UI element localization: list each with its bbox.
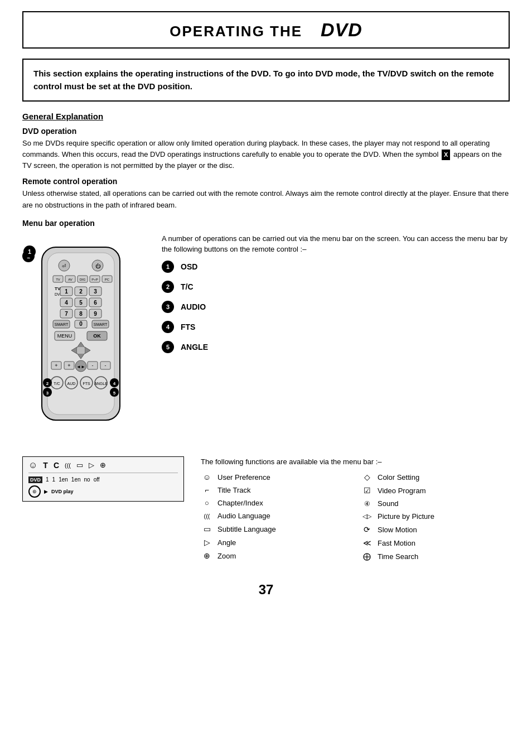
menu-icon-title: T: [43, 461, 48, 470]
func-picture-by-picture: ◁▷ Picture by Picture: [361, 512, 510, 521]
svg-text:T/C: T/C: [54, 382, 60, 386]
btn-label-tc: T/C: [181, 282, 194, 291]
svg-text:5: 5: [113, 391, 116, 396]
func-label-pbp: Picture by Picture: [378, 512, 434, 521]
menu-icon-subtitle: ▭: [76, 461, 83, 469]
func-fast-motion: ≪ Fast Motion: [361, 538, 510, 547]
func-icon-color: ◇: [361, 473, 373, 481]
remote-control-text: Unless otherwise stated, all operations …: [22, 188, 510, 210]
menubar-val-dvd: DVD: [28, 476, 42, 483]
func-video-prog: ☑ Video Program: [361, 486, 510, 495]
func-label-title: Title Track: [217, 486, 250, 494]
menu-bar-section: Menu bar operation 1 ⏎ ⏻ TV: [22, 219, 510, 566]
remote-svg: ⏎ ⏻ TV AV DIG P+P PC TV: [33, 244, 128, 430]
func-icon-zoom: ⊕: [201, 551, 213, 560]
func-slow-motion: ⟳ Slow Motion: [361, 525, 510, 534]
svg-text:AUD: AUD: [67, 382, 76, 386]
func-zoom: ⊕ Zoom: [201, 551, 350, 560]
menubar-val-no: no: [84, 476, 90, 483]
func-label-user: User Preference: [217, 473, 270, 481]
func-label-fast: Fast Motion: [378, 539, 415, 547]
svg-text:8: 8: [79, 311, 83, 317]
func-label-angle: Angle: [217, 538, 236, 547]
prohibited-symbol: X: [442, 150, 450, 160]
svg-text:4: 4: [113, 381, 116, 386]
btn-label-angle: ANGLE: [181, 343, 208, 351]
svg-text:⏎: ⏎: [62, 263, 66, 269]
remote-num-1: 1: [23, 245, 36, 258]
functions-section: The following functions are available vi…: [201, 456, 510, 566]
func-audio-lang: ((( Audio Language: [201, 512, 350, 520]
dvd-play-area: ⊚ ▶ DVD play: [28, 485, 178, 498]
page-number: 37: [22, 582, 510, 598]
func-label-audio: Audio Language: [217, 512, 270, 520]
func-subtitle: ▭ Subtitle Language: [201, 524, 350, 533]
btn-label-audio: AUDIO: [181, 302, 206, 311]
svg-text:⏻: ⏻: [95, 263, 101, 269]
func-angle: ▷ Angle: [201, 538, 350, 547]
menu-bar-bullet1: A number of operations can be carried ou…: [162, 233, 510, 255]
func-icon-audio: (((: [201, 513, 213, 519]
menu-icon-audio: (((: [65, 462, 71, 469]
svg-text:7: 7: [65, 311, 68, 317]
svg-text:TV: TV: [56, 278, 60, 281]
svg-text:5: 5: [79, 300, 83, 306]
btn-num-5: 5: [162, 341, 174, 353]
menu-bar-layout: 1 ⏎ ⏻ TV AV: [22, 233, 510, 445]
func-icon-sound: ④: [361, 500, 373, 508]
svg-text:SMART: SMART: [94, 322, 108, 326]
osd-item-3: 3 AUDIO: [162, 301, 510, 313]
general-explanation-title: General Explanation: [22, 112, 510, 121]
svg-text:AV: AV: [68, 278, 72, 281]
menubar-val-off: off: [94, 476, 100, 483]
svg-text:4: 4: [65, 300, 68, 306]
func-icon-slow: ⟳: [361, 525, 373, 534]
btn-num-2: 2: [162, 281, 174, 293]
func-chapter: ○ Chapter/Index: [201, 499, 350, 507]
osd-item-4: 4 FTS: [162, 321, 510, 333]
remote-control-title: Remote control operation: [22, 177, 510, 186]
func-icon-title: ⌐: [201, 486, 213, 494]
svg-text:SMART: SMART: [55, 322, 69, 326]
svg-text:+: +: [55, 363, 57, 368]
svg-text:◄►: ◄►: [76, 364, 85, 369]
svg-text:+: +: [67, 363, 70, 368]
osd-button-list: 1 OSD 2 T/C 3 AUDIO 4 FTS 5 ANGLE: [162, 261, 510, 353]
menu-icon-angle: ▷: [89, 461, 94, 469]
func-icon-user: ☺: [201, 473, 213, 481]
functions-col-left: ☺ User Preference ⌐ Title Track ○ Chapte…: [201, 473, 350, 565]
btn-label-fts: FTS: [181, 322, 195, 331]
svg-text:TV: TV: [55, 286, 61, 291]
dvd-operation-title: DVD operation: [22, 127, 510, 136]
func-color: ◇ Color Setting: [361, 473, 510, 481]
svg-text:PC: PC: [105, 278, 110, 281]
menu-bar-title: Menu bar operation: [22, 219, 510, 228]
func-label-video: Video Program: [378, 487, 425, 495]
svg-text:9: 9: [94, 311, 97, 317]
osd-item-5: 5 ANGLE: [162, 341, 510, 353]
menubar-display: ☺ T C ((( ▭ ▷ ⊕ DVD 1 1 1en 1en no off: [22, 456, 184, 502]
func-user-pref: ☺ User Preference: [201, 473, 350, 481]
page-title: Operating the DVD: [22, 11, 510, 49]
dvd-operation-text: So me DVDs require specific operation or…: [22, 138, 510, 171]
title-prefix: Operating the: [170, 23, 302, 40]
menubar-val-1en: 1en: [59, 476, 68, 483]
dvd-play-label: DVD play: [51, 489, 74, 494]
btn-num-3: 3: [162, 301, 174, 313]
func-label-chapter: Chapter/Index: [217, 499, 263, 507]
svg-text:1: 1: [65, 288, 68, 295]
svg-text:2: 2: [79, 288, 83, 295]
func-label-zoom: Zoom: [217, 552, 236, 560]
func-icon-video: ☑: [361, 486, 373, 495]
bottom-section: ☺ T C ((( ▭ ▷ ⊕ DVD 1 1 1en 1en no off: [22, 456, 510, 566]
func-label-slow: Slow Motion: [378, 526, 417, 534]
func-icon-angle: ▷: [201, 538, 213, 547]
remote-illustration: 1 ⏎ ⏻ TV AV: [22, 233, 145, 445]
svg-text:3: 3: [46, 391, 49, 396]
svg-text:FTS: FTS: [83, 382, 90, 386]
functions-col-right: ◇ Color Setting ☑ Video Program ④ Sound …: [361, 473, 510, 565]
menu-icon-user: ☺: [28, 460, 37, 470]
svg-text:-: -: [92, 363, 94, 368]
func-icon-pbp: ◁▷: [361, 513, 373, 520]
func-icon-chapter: ○: [201, 499, 213, 507]
